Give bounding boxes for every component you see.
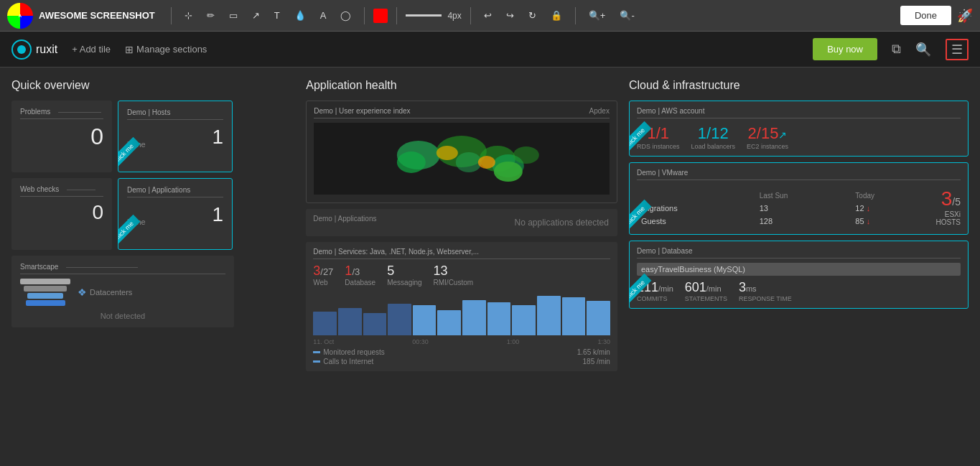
services-card[interactable]: Demo | Services: Java, .NET, Node.js, We…	[306, 242, 617, 371]
quick-overview-title: Quick overview	[11, 79, 294, 92]
db-statements: 601/min STATEMENTS	[685, 280, 727, 302]
services-title: Demo | Services: Java, .NET, Node.js, We…	[313, 248, 610, 259]
stat-msg: 5 Messaging	[387, 264, 421, 286]
svg-point-8	[513, 146, 539, 164]
chart-label-3: 1:00	[507, 338, 520, 345]
calls-label: Calls to Internet	[313, 358, 385, 365]
commits-label: COMMITS	[637, 295, 673, 302]
refresh-btn[interactable]: ↻	[524, 7, 541, 24]
services-stats: 3/27 Web 1/3 Database 5 Messaging	[313, 264, 610, 286]
vmware-card[interactable]: Demo | VMware Last Sun Today Migrations	[629, 162, 969, 235]
applications-click-ribbon[interactable]: Click me	[118, 215, 140, 248]
bar-11	[587, 301, 610, 335]
add-tile-label: + Add tile	[72, 44, 111, 55]
stat-db: 1/3 Database	[345, 264, 375, 286]
bar-0	[313, 312, 337, 335]
vmware-table: Last Sun Today Migrations 13 12 ↓	[637, 189, 923, 228]
bar-5	[437, 310, 461, 335]
calls-val: 185 /min	[577, 358, 610, 365]
vmware-hosts-summary: 3/5 ESXi HOSTS	[923, 187, 961, 226]
web-val: 3	[313, 264, 320, 278]
zoom-in-btn[interactable]: 🔍+	[584, 7, 610, 24]
color-picker[interactable]	[373, 9, 388, 23]
compare-btn[interactable]: ⧉	[892, 42, 901, 57]
pen-tool[interactable]: ✏	[202, 7, 219, 24]
rect-tool[interactable]: ▭	[225, 7, 242, 24]
menu-btn[interactable]: ☰	[946, 39, 969, 60]
svg-point-3	[397, 152, 426, 173]
user-exp-card[interactable]: Demo | User experience index Apdex	[306, 101, 617, 203]
svg-point-1	[17, 45, 26, 54]
chart-label-4: 1:30	[597, 338, 610, 345]
drop-tool[interactable]: 💧	[290, 7, 310, 24]
chart-label-2: 00:30	[412, 338, 429, 345]
aws-stats: 1/1 RDS instances 1/12 Load balancers 2/…	[637, 124, 961, 150]
response-label: RESPONSE TIME	[739, 295, 792, 302]
db-label: Database	[345, 279, 375, 286]
migrations-label: Migrations	[638, 202, 755, 214]
lock-btn[interactable]: 🔒	[546, 7, 566, 24]
search-btn[interactable]: 🔍	[915, 42, 931, 57]
quick-overview-section: Quick overview Problems 0 Demo | Hosts	[11, 79, 294, 455]
crop-tool[interactable]: ⊹	[180, 7, 197, 24]
stat-web: 3/27 Web	[313, 264, 333, 286]
done-button[interactable]: Done	[900, 6, 951, 25]
layer-4	[26, 300, 65, 306]
database-card[interactable]: Demo | Database easyTravelBusiness (MySQ…	[629, 241, 969, 309]
toolbar-sep-2	[364, 7, 365, 24]
monitored-val: 1.65 k/min	[577, 348, 610, 356]
add-tile-btn[interactable]: + Add tile	[72, 44, 111, 55]
aws-lb: 1/12 Load balancers	[691, 124, 735, 150]
problems-card[interactable]: Problems 0	[11, 101, 112, 172]
vmware-big-val: 3	[941, 187, 953, 210]
svg-point-10	[478, 156, 495, 169]
app-logo: A	[7, 3, 33, 29]
manage-sections-btn[interactable]: ⊞ Manage sections	[125, 44, 207, 55]
last-sun-header: Last Sun	[757, 190, 851, 201]
toolbar-sep-1	[171, 7, 172, 24]
world-map-svg	[314, 123, 610, 195]
statements-label: STATEMENTS	[685, 295, 727, 302]
manage-sections-label: Manage sections	[136, 44, 207, 55]
hosts-click-ribbon[interactable]: Click me	[118, 137, 140, 170]
aws-title: Demo | AWS account	[637, 107, 961, 118]
rocket-button[interactable]: 🚀	[957, 8, 973, 24]
aws-card[interactable]: Demo | AWS account 1/1 RDS instances 1/1…	[629, 101, 969, 157]
migrations-today: 12 ↓	[852, 202, 921, 214]
database-title: Demo | Database	[637, 247, 961, 258]
guests-down-icon: ↓	[867, 217, 871, 225]
nav-logo: ruxit	[11, 39, 57, 60]
shape-tool[interactable]: ◯	[336, 7, 355, 24]
chart-label-1: 11. Oct	[313, 338, 334, 345]
smartscape-title: Smartscape	[20, 263, 225, 274]
navbar: ruxit + Add tile ⊞ Manage sections Buy n…	[0, 32, 980, 67]
app-health-title: Application health	[306, 79, 617, 92]
bar-3	[388, 304, 411, 335]
smartscape-card[interactable]: Smartscape ❖ Datacenters Not detec	[11, 256, 234, 327]
user-exp-title: Demo | User experience index Apdex	[314, 107, 610, 118]
arrow-tool[interactable]: ↗	[248, 7, 264, 24]
applications-card[interactable]: Demo | Applications ll fine 1 Click me	[118, 178, 233, 250]
esxi-label: ESXi HOSTS	[923, 210, 961, 226]
undo-btn[interactable]: ↩	[480, 7, 496, 24]
guests-label: Guests	[638, 215, 755, 227]
text-tool[interactable]: T	[270, 7, 284, 24]
response-val: 3ms	[739, 280, 792, 295]
redo-btn[interactable]: ↪	[502, 7, 518, 24]
migrations-down-icon: ↓	[867, 204, 871, 213]
bar-1	[338, 308, 362, 336]
db-response: 3ms RESPONSE TIME	[739, 280, 792, 302]
zoom-out-btn[interactable]: 🔍-	[615, 7, 638, 24]
hosts-card[interactable]: Demo | Hosts ll fine 1 Click me	[118, 101, 233, 172]
bar-10	[562, 297, 586, 335]
problems-title: Problems	[20, 108, 103, 119]
stat-rmi: 13 RMI/Custom	[434, 264, 474, 286]
hosts-value: 1	[212, 126, 223, 149]
ruxit-logo-icon	[11, 39, 32, 60]
webchecks-title: Web checks	[20, 185, 103, 197]
buy-now-button[interactable]: Buy now	[813, 38, 877, 60]
highlight-tool[interactable]: A	[316, 7, 331, 24]
webchecks-value: 0	[20, 201, 103, 224]
cloud-infra-section: Cloud & infrastructure Demo | AWS accoun…	[629, 79, 969, 455]
webcheks-card[interactable]: Web checks 0	[11, 178, 112, 250]
